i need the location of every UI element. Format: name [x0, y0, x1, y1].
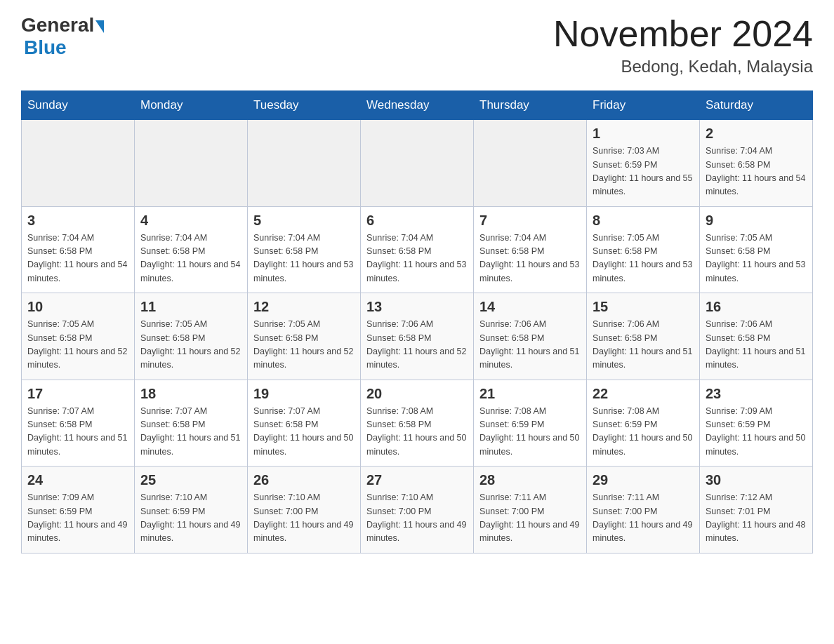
calendar-cell: 21Sunrise: 7:08 AM Sunset: 6:59 PM Dayli…: [474, 380, 587, 467]
calendar-cell: 26Sunrise: 7:10 AM Sunset: 7:00 PM Dayli…: [248, 467, 361, 554]
day-number: 25: [140, 472, 241, 488]
month-title: November 2024: [553, 14, 813, 54]
day-info: Sunrise: 7:11 AM Sunset: 7:00 PM Dayligh…: [479, 491, 581, 546]
calendar-header-row: SundayMondayTuesdayWednesdayThursdayFrid…: [22, 91, 813, 120]
day-info: Sunrise: 7:07 AM Sunset: 6:58 PM Dayligh…: [27, 405, 128, 459]
day-info: Sunrise: 7:12 AM Sunset: 7:01 PM Dayligh…: [706, 491, 807, 546]
calendar-cell: 9Sunrise: 7:05 AM Sunset: 6:58 PM Daylig…: [700, 206, 813, 293]
calendar-cell: 6Sunrise: 7:04 AM Sunset: 6:58 PM Daylig…: [361, 206, 474, 293]
day-number: 10: [27, 299, 128, 315]
day-number: 6: [366, 213, 468, 229]
day-number: 3: [27, 213, 128, 229]
calendar-week-5: 24Sunrise: 7:09 AM Sunset: 6:59 PM Dayli…: [22, 467, 813, 554]
day-info: Sunrise: 7:09 AM Sunset: 6:59 PM Dayligh…: [27, 491, 128, 546]
calendar-cell: 25Sunrise: 7:10 AM Sunset: 6:59 PM Dayli…: [135, 467, 248, 554]
location-title: Bedong, Kedah, Malaysia: [553, 57, 813, 76]
calendar-cell: 12Sunrise: 7:05 AM Sunset: 6:58 PM Dayli…: [248, 293, 361, 380]
day-info: Sunrise: 7:06 AM Sunset: 6:58 PM Dayligh…: [366, 318, 468, 373]
calendar-cell: 7Sunrise: 7:04 AM Sunset: 6:58 PM Daylig…: [474, 206, 587, 293]
logo-triangle-icon: [95, 20, 104, 33]
calendar-cell: [135, 120, 248, 207]
calendar-cell: 14Sunrise: 7:06 AM Sunset: 6:58 PM Dayli…: [474, 293, 587, 380]
calendar-cell: 15Sunrise: 7:06 AM Sunset: 6:58 PM Dayli…: [587, 293, 700, 380]
header-tuesday: Tuesday: [248, 91, 361, 120]
calendar-cell: [22, 120, 135, 207]
calendar-cell: [474, 120, 587, 207]
day-info: Sunrise: 7:06 AM Sunset: 6:58 PM Dayligh…: [706, 318, 807, 373]
calendar-cell: 20Sunrise: 7:08 AM Sunset: 6:58 PM Dayli…: [361, 380, 474, 467]
day-info: Sunrise: 7:09 AM Sunset: 6:59 PM Dayligh…: [706, 405, 807, 459]
day-number: 28: [479, 472, 581, 488]
calendar-cell: 18Sunrise: 7:07 AM Sunset: 6:58 PM Dayli…: [135, 380, 248, 467]
day-info: Sunrise: 7:05 AM Sunset: 6:58 PM Dayligh…: [593, 232, 694, 286]
calendar-cell: 22Sunrise: 7:08 AM Sunset: 6:59 PM Dayli…: [587, 380, 700, 467]
logo-general: General: [21, 14, 104, 36]
calendar-week-1: 1Sunrise: 7:03 AM Sunset: 6:59 PM Daylig…: [22, 120, 813, 207]
calendar-cell: [361, 120, 474, 207]
day-info: Sunrise: 7:07 AM Sunset: 6:58 PM Dayligh…: [253, 405, 355, 459]
calendar-cell: 29Sunrise: 7:11 AM Sunset: 7:00 PM Dayli…: [587, 467, 700, 554]
calendar-cell: 28Sunrise: 7:11 AM Sunset: 7:00 PM Dayli…: [474, 467, 587, 554]
calendar-cell: 17Sunrise: 7:07 AM Sunset: 6:58 PM Dayli…: [22, 380, 135, 467]
calendar-week-3: 10Sunrise: 7:05 AM Sunset: 6:58 PM Dayli…: [22, 293, 813, 380]
day-number: 20: [366, 386, 468, 402]
calendar-cell: 8Sunrise: 7:05 AM Sunset: 6:58 PM Daylig…: [587, 206, 700, 293]
calendar-cell: 1Sunrise: 7:03 AM Sunset: 6:59 PM Daylig…: [587, 120, 700, 207]
calendar-cell: 5Sunrise: 7:04 AM Sunset: 6:58 PM Daylig…: [248, 206, 361, 293]
calendar-cell: 23Sunrise: 7:09 AM Sunset: 6:59 PM Dayli…: [700, 380, 813, 467]
calendar-week-2: 3Sunrise: 7:04 AM Sunset: 6:58 PM Daylig…: [22, 206, 813, 293]
calendar-cell: [248, 120, 361, 207]
header-sunday: Sunday: [22, 91, 135, 120]
header-wednesday: Wednesday: [361, 91, 474, 120]
day-number: 4: [140, 213, 241, 229]
day-info: Sunrise: 7:10 AM Sunset: 7:00 PM Dayligh…: [253, 491, 355, 546]
title-area: November 2024 Bedong, Kedah, Malaysia: [553, 14, 813, 76]
calendar-week-4: 17Sunrise: 7:07 AM Sunset: 6:58 PM Dayli…: [22, 380, 813, 467]
header-monday: Monday: [135, 91, 248, 120]
day-info: Sunrise: 7:08 AM Sunset: 6:58 PM Dayligh…: [366, 405, 468, 459]
header-thursday: Thursday: [474, 91, 587, 120]
calendar-cell: 4Sunrise: 7:04 AM Sunset: 6:58 PM Daylig…: [135, 206, 248, 293]
day-info: Sunrise: 7:04 AM Sunset: 6:58 PM Dayligh…: [366, 232, 468, 286]
logo-general-text: General: [21, 14, 94, 36]
logo: General Blue: [21, 14, 104, 59]
logo-blue-text: Blue: [24, 36, 67, 59]
day-number: 29: [593, 472, 694, 488]
day-number: 26: [253, 472, 355, 488]
calendar-cell: 16Sunrise: 7:06 AM Sunset: 6:58 PM Dayli…: [700, 293, 813, 380]
day-number: 8: [593, 213, 694, 229]
day-info: Sunrise: 7:08 AM Sunset: 6:59 PM Dayligh…: [479, 405, 581, 459]
day-number: 19: [253, 386, 355, 402]
day-info: Sunrise: 7:03 AM Sunset: 6:59 PM Dayligh…: [593, 145, 694, 199]
day-number: 15: [593, 299, 694, 315]
day-number: 27: [366, 472, 468, 488]
day-info: Sunrise: 7:06 AM Sunset: 6:58 PM Dayligh…: [593, 318, 694, 373]
page-header: General Blue November 2024 Bedong, Kedah…: [21, 14, 813, 76]
day-info: Sunrise: 7:05 AM Sunset: 6:58 PM Dayligh…: [706, 232, 807, 286]
day-info: Sunrise: 7:04 AM Sunset: 6:58 PM Dayligh…: [706, 145, 807, 199]
day-number: 22: [593, 386, 694, 402]
header-saturday: Saturday: [700, 91, 813, 120]
day-info: Sunrise: 7:08 AM Sunset: 6:59 PM Dayligh…: [593, 405, 694, 459]
calendar-cell: 11Sunrise: 7:05 AM Sunset: 6:58 PM Dayli…: [135, 293, 248, 380]
calendar-table: SundayMondayTuesdayWednesdayThursdayFrid…: [21, 90, 813, 554]
day-number: 5: [253, 213, 355, 229]
day-info: Sunrise: 7:05 AM Sunset: 6:58 PM Dayligh…: [253, 318, 355, 373]
day-info: Sunrise: 7:04 AM Sunset: 6:58 PM Dayligh…: [253, 232, 355, 286]
day-info: Sunrise: 7:10 AM Sunset: 6:59 PM Dayligh…: [140, 491, 241, 546]
day-number: 23: [706, 386, 807, 402]
calendar-cell: 19Sunrise: 7:07 AM Sunset: 6:58 PM Dayli…: [248, 380, 361, 467]
day-info: Sunrise: 7:04 AM Sunset: 6:58 PM Dayligh…: [140, 232, 241, 286]
day-number: 14: [479, 299, 581, 315]
calendar-cell: 10Sunrise: 7:05 AM Sunset: 6:58 PM Dayli…: [22, 293, 135, 380]
day-number: 17: [27, 386, 128, 402]
day-number: 2: [706, 126, 807, 142]
calendar-cell: 3Sunrise: 7:04 AM Sunset: 6:58 PM Daylig…: [22, 206, 135, 293]
day-number: 21: [479, 386, 581, 402]
calendar-cell: 2Sunrise: 7:04 AM Sunset: 6:58 PM Daylig…: [700, 120, 813, 207]
day-number: 11: [140, 299, 241, 315]
day-number: 16: [706, 299, 807, 315]
calendar-cell: 24Sunrise: 7:09 AM Sunset: 6:59 PM Dayli…: [22, 467, 135, 554]
day-info: Sunrise: 7:10 AM Sunset: 7:00 PM Dayligh…: [366, 491, 468, 546]
day-info: Sunrise: 7:05 AM Sunset: 6:58 PM Dayligh…: [27, 318, 128, 373]
